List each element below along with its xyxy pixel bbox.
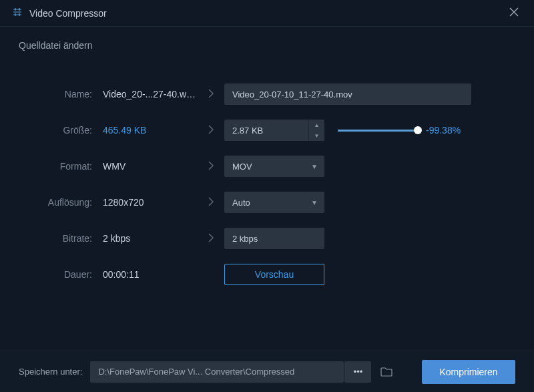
main-panel: Name: Video_20-...27-40.wmv Größe: 465.4…: [0, 56, 534, 306]
target-format-select[interactable]: MOV ▼: [224, 156, 324, 177]
save-path-field[interactable]: D:\FonePaw\FonePaw Vi... Converter\Compr…: [90, 361, 344, 383]
source-format: WMV: [97, 161, 198, 172]
size-spinner: ▲ ▼: [308, 120, 324, 141]
size-slider[interactable]: [338, 130, 418, 132]
row-resolution: Auflösung: 1280x720 Auto ▼: [32, 184, 502, 220]
label-bitrate: Bitrate:: [32, 233, 97, 244]
slider-thumb[interactable]: [414, 126, 422, 134]
label-size: Größe:: [32, 125, 97, 136]
spinner-down[interactable]: ▼: [309, 130, 324, 141]
row-duration: Dauer: 00:00:11 Vorschau: [32, 256, 502, 292]
preview-button[interactable]: Vorschau: [224, 264, 324, 285]
footer: Speichern unter: D:\FonePaw\FonePaw Vi..…: [0, 351, 534, 392]
row-name: Name: Video_20-...27-40.wmv: [32, 76, 502, 112]
compress-button[interactable]: Komprimieren: [422, 360, 515, 384]
row-size: Größe: 465.49 KB 2.87 KB ▲ ▼ -99.38%: [32, 112, 502, 148]
label-name: Name:: [32, 89, 97, 100]
target-size-field[interactable]: 2.87 KB ▲ ▼: [224, 120, 324, 141]
chevron-down-icon: ▼: [311, 163, 318, 170]
size-reduction-pct: -99.38%: [426, 125, 461, 136]
chevron-down-icon: ▼: [311, 199, 318, 206]
target-bitrate-value: 2 kbps: [232, 234, 258, 244]
source-bitrate: 2 kbps: [97, 233, 198, 244]
target-resolution-select[interactable]: Auto ▼: [224, 192, 324, 213]
target-name-input[interactable]: [232, 89, 463, 100]
app-icon: [12, 7, 23, 19]
browse-button[interactable]: •••: [344, 361, 371, 383]
subheader: Quelldatei ändern: [0, 27, 534, 56]
label-format: Format:: [32, 161, 97, 172]
label-duration: Dauer:: [32, 269, 97, 280]
open-folder-button[interactable]: [376, 361, 396, 383]
source-size: 465.49 KB: [97, 125, 198, 136]
spinner-up[interactable]: ▲: [309, 120, 324, 130]
source-resolution: 1280x720: [97, 197, 198, 208]
arrow-icon: [198, 89, 224, 100]
row-format: Format: WMV MOV ▼: [32, 148, 502, 184]
label-resolution: Auflösung:: [32, 197, 97, 208]
target-bitrate-field[interactable]: 2 kbps: [224, 228, 324, 249]
save-under-label: Speichern unter:: [19, 367, 82, 377]
source-duration: 00:00:11: [97, 269, 198, 280]
app-title: Video Compressor: [29, 8, 107, 19]
titlebar: Video Compressor: [0, 0, 534, 27]
arrow-icon: [198, 125, 224, 136]
target-resolution-value: Auto: [232, 198, 250, 208]
arrow-icon: [198, 197, 224, 208]
target-name-field[interactable]: [224, 83, 471, 105]
close-button[interactable]: [506, 3, 522, 23]
size-slider-wrap: -99.38%: [338, 125, 502, 136]
arrow-icon: [198, 161, 224, 172]
target-size-value: 2.87 KB: [232, 126, 263, 136]
row-bitrate: Bitrate: 2 kbps 2 kbps: [32, 220, 502, 256]
target-format-value: MOV: [232, 162, 252, 172]
source-name: Video_20-...27-40.wmv: [97, 89, 198, 100]
arrow-icon: [198, 233, 224, 244]
